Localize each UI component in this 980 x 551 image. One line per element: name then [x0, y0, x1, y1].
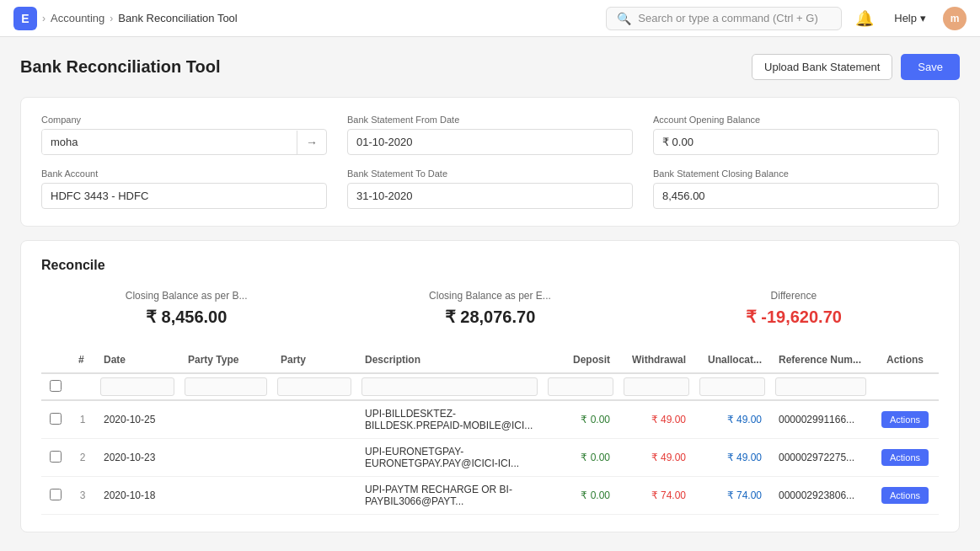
- row-actions-button[interactable]: Actions: [881, 411, 929, 428]
- account-opening-balance-input[interactable]: [653, 129, 939, 155]
- company-input-wrapper[interactable]: →: [41, 129, 327, 155]
- row-ref-num: 000002991166...: [770, 400, 871, 439]
- th-check: [41, 347, 70, 373]
- account-opening-balance-label: Account Opening Balance: [653, 115, 939, 125]
- row-ref-num: 000002923806...: [770, 477, 871, 515]
- page-header: Bank Reconciliation Tool Upload Bank Sta…: [20, 54, 960, 80]
- bank-statement-from-input[interactable]: [347, 129, 633, 155]
- filter-withdrawal[interactable]: [624, 377, 689, 396]
- row-checkbox-cell: [41, 400, 70, 439]
- company-field-group: Company →: [41, 115, 327, 155]
- row-withdrawal: ₹ 49.00: [619, 400, 694, 439]
- bank-account-label: Bank Account: [41, 169, 327, 179]
- filter-ref-num[interactable]: [775, 377, 866, 396]
- row-party: [272, 400, 356, 439]
- company-arrow-button[interactable]: →: [297, 131, 326, 154]
- row-withdrawal: ₹ 74.00: [619, 477, 694, 515]
- row-num: 3: [70, 477, 95, 515]
- company-label: Company: [41, 115, 327, 125]
- row-num: 1: [70, 400, 95, 439]
- table-row: 2 2020-10-23 UPI-EURONETGPAY-EURONETGPAY…: [41, 439, 939, 477]
- row-deposit: ₹ 0.00: [543, 477, 619, 515]
- breadcrumb-sep-2: ›: [110, 13, 113, 24]
- app-icon[interactable]: E: [13, 7, 37, 30]
- closing-balance-bank: Closing Balance as per B... ₹ 8,456.00: [41, 290, 331, 327]
- table-row: 1 2020-10-25 UPI-BILLDESKTEZ-BILLDESK.PR…: [41, 400, 939, 439]
- bank-statement-to-label: Bank Statement To Date: [347, 169, 633, 179]
- nav-right: 🔍 Search or type a command (Ctrl + G) 🔔 …: [606, 6, 967, 31]
- help-button[interactable]: Help ▾: [887, 8, 933, 28]
- row-actions-button[interactable]: Actions: [881, 449, 929, 466]
- filter-party[interactable]: [277, 377, 351, 396]
- balance-grid: Closing Balance as per B... ₹ 8,456.00 C…: [41, 290, 939, 327]
- save-button[interactable]: Save: [901, 54, 960, 80]
- row-checkbox-0[interactable]: [50, 413, 62, 425]
- row-actions-cell: Actions: [871, 439, 939, 477]
- row-actions-cell: Actions: [871, 477, 939, 515]
- form-grid: Company → Bank Statement From Date Accou…: [41, 115, 939, 209]
- filter-checkbox[interactable]: [50, 380, 62, 392]
- bank-statement-to-group: Bank Statement To Date: [347, 169, 633, 209]
- account-opening-balance-group: Account Opening Balance: [653, 115, 939, 155]
- filter-date[interactable]: [100, 377, 174, 396]
- row-num: 2: [70, 439, 95, 477]
- help-label: Help: [894, 12, 917, 24]
- th-unallocated: Unallocat...: [694, 347, 770, 373]
- row-party: [272, 439, 356, 477]
- search-icon: 🔍: [617, 12, 631, 25]
- breadcrumb-sep-1: ›: [42, 13, 46, 24]
- bank-statement-closing-group: Bank Statement Closing Balance: [653, 169, 939, 209]
- nav-left: E › Accounting › Bank Reconciliation Too…: [13, 7, 238, 30]
- row-checkbox-2[interactable]: [50, 489, 62, 500]
- difference-label: Difference: [649, 290, 939, 302]
- row-ref-num: 000002972275...: [770, 439, 871, 477]
- notifications-button[interactable]: 🔔: [852, 6, 877, 31]
- th-deposit: Deposit: [543, 347, 619, 373]
- search-bar[interactable]: 🔍 Search or type a command (Ctrl + G): [606, 7, 842, 30]
- avatar[interactable]: m: [943, 7, 967, 30]
- row-party: [272, 477, 356, 515]
- page-title: Bank Reconciliation Tool: [20, 57, 220, 77]
- row-withdrawal: ₹ 49.00: [619, 439, 694, 477]
- th-party: Party: [272, 347, 356, 373]
- filter-deposit[interactable]: [548, 377, 613, 396]
- filter-party-type[interactable]: [185, 377, 267, 396]
- closing-balance-erp-label: Closing Balance as per E...: [345, 290, 635, 302]
- bank-statement-closing-input[interactable]: [653, 183, 939, 209]
- search-placeholder: Search or type a command (Ctrl + G): [638, 12, 818, 24]
- company-input[interactable]: [42, 130, 297, 154]
- row-description: UPI-PAYTM RECHARGE OR BI-PAYBIL3066@PAYT…: [356, 477, 543, 515]
- closing-balance-bank-value: ₹ 8,456.00: [41, 307, 331, 327]
- row-checkbox-1[interactable]: [50, 451, 62, 463]
- table-filter-row: [41, 373, 939, 400]
- bank-account-input[interactable]: [41, 183, 327, 209]
- row-unallocated: ₹ 74.00: [694, 477, 770, 515]
- topnav: E › Accounting › Bank Reconciliation Too…: [0, 0, 980, 37]
- row-checkbox-cell: [41, 439, 70, 477]
- bank-statement-to-input[interactable]: [347, 183, 633, 209]
- bank-account-group: Bank Account: [41, 169, 327, 209]
- th-date: Date: [95, 347, 179, 373]
- reconcile-card: Reconcile Closing Balance as per B... ₹ …: [20, 240, 960, 532]
- row-unallocated: ₹ 49.00: [694, 400, 770, 439]
- th-num: #: [70, 347, 95, 373]
- page: Bank Reconciliation Tool Upload Bank Sta…: [0, 37, 980, 549]
- th-actions: Actions: [871, 347, 939, 373]
- row-party-type: [179, 439, 272, 477]
- breadcrumb-current: Bank Reconciliation Tool: [118, 12, 237, 24]
- row-actions-button[interactable]: Actions: [881, 487, 929, 504]
- row-date: 2020-10-25: [95, 400, 179, 439]
- table-body: 1 2020-10-25 UPI-BILLDESKTEZ-BILLDESK.PR…: [41, 400, 939, 515]
- breadcrumb-accounting[interactable]: Accounting: [51, 12, 104, 24]
- bank-statement-closing-label: Bank Statement Closing Balance: [653, 169, 939, 179]
- row-deposit: ₹ 0.00: [543, 439, 619, 477]
- row-party-type: [179, 477, 272, 515]
- filter-unallocated[interactable]: [699, 377, 765, 396]
- filter-description[interactable]: [361, 377, 538, 396]
- upload-bank-statement-button[interactable]: Upload Bank Statement: [752, 54, 892, 80]
- header-actions: Upload Bank Statement Save: [752, 54, 960, 80]
- bank-statement-from-group: Bank Statement From Date: [347, 115, 633, 155]
- row-checkbox-cell: [41, 477, 70, 515]
- closing-balance-bank-label: Closing Balance as per B...: [41, 290, 331, 302]
- row-actions-cell: Actions: [871, 400, 939, 439]
